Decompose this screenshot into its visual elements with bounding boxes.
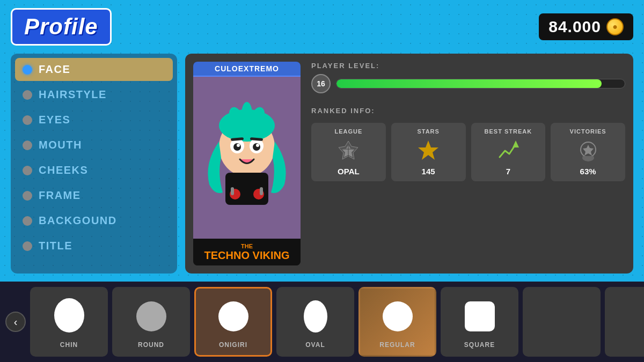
svg-rect-17 [260,187,263,195]
svg-marker-22 [418,141,438,160]
face-label-square: SQUARE [464,341,495,349]
player-card-body [193,77,301,239]
ranked-streak-title: BEST STREAK [485,128,532,135]
ranked-stars-title: STARS [417,128,439,135]
player-card: CULOEXTREMO [193,62,301,265]
sidebar-item-backgound[interactable]: BACKGOUND [15,209,173,232]
page-title: Profile [11,8,112,46]
sidebar-label: FRAME [39,189,81,202]
face-option-chin[interactable]: CHIN [30,287,108,357]
ranked-league-value: OPAL [338,167,360,176]
ranked-card-league: LEAGUE OPAL [311,123,386,181]
face-option-square[interactable]: SQUARE [441,287,518,357]
sidebar-label: TITLE [39,240,72,252]
face-option-round[interactable]: ROUND [112,287,190,357]
ranked-card-stars: STARS 145 [391,123,466,181]
sidebar-label: EYES [39,114,70,126]
ranked-card-streak: BEST STREAK 7 [471,123,546,181]
svg-point-27 [136,301,166,331]
sidebar-dot [23,141,32,150]
face-option-onigiri[interactable]: ONIGIRI [194,287,272,357]
svg-point-29 [304,300,327,333]
svg-point-28 [218,301,248,331]
sidebar-label: MOUTH [39,139,82,151]
sidebar-dot [23,191,32,201]
coin-icon: ● [606,18,624,35]
ranked-card-victories: VICTORIES 63% [551,123,625,181]
level-badge: 16 [311,74,331,93]
ranked-victories-value: 63% [580,167,596,176]
sidebar-dot [23,241,32,251]
sidebar-dot [23,115,32,125]
ranked-stars-value: 145 [422,167,435,176]
sidebar-label: HAIRSTYLE [39,88,107,101]
sidebar-label: CHEEKS [39,164,88,176]
face-label-oval: OVAL [305,341,325,349]
player-card-username: CULOEXTREMO [193,62,301,77]
sidebar-dot [23,90,32,100]
svg-point-4 [219,109,275,142]
card-subtitle: THE [196,243,297,249]
sidebar-item-face[interactable]: FACE [15,58,173,81]
ranked-label: RANKED INFO: [311,107,625,115]
nav-left-arrow[interactable]: ‹ [5,312,26,332]
sidebar-dot [23,65,32,75]
sidebar-label: BACKGOUND [39,215,117,227]
face-option-regular[interactable]: REGULAR [358,287,436,357]
svg-point-26 [54,298,84,333]
svg-rect-16 [231,187,234,195]
face-option-empty2[interactable] [605,287,644,357]
svg-rect-31 [465,301,495,331]
svg-marker-23 [513,141,519,147]
sidebar-item-mouth[interactable]: MOUTH [15,134,173,157]
bottom-bar: ‹ CHIN ROUND ONIGIRI [0,282,644,362]
face-label-regular: REGULAR [379,341,415,349]
sidebar-item-cheeks[interactable]: CHEEKS [15,159,173,182]
sidebar-item-eyes[interactable]: EYES [15,108,173,131]
level-bar-container: 16 [311,74,625,93]
svg-point-10 [256,144,259,147]
sidebar-item-hairstyle[interactable]: HAIRSTYLE [15,83,173,106]
ranked-victories-title: VICTORIES [570,128,606,135]
svg-point-30 [383,301,413,331]
level-label: PLAYER LEVEL: [311,62,625,70]
face-option-oval[interactable]: OVAL [276,287,354,357]
sidebar-item-frame[interactable]: FRAME [15,184,173,207]
face-option-empty1[interactable] [523,287,601,357]
currency-box: 84.000 ● [539,13,633,40]
face-options: CHIN ROUND ONIGIRI OVAL [30,287,644,357]
currency-amount: 84.000 [548,18,601,36]
level-bar-track [336,79,625,88]
svg-point-9 [237,144,240,147]
sidebar-dot [23,216,32,226]
main-panel: CULOEXTREMO [185,54,633,274]
level-section: PLAYER LEVEL: 16 [311,62,625,93]
level-bar-fill [336,79,602,88]
player-card-footer: THE TECHNO VIKING [193,239,301,265]
svg-marker-25 [583,145,594,156]
player-info: PLAYER LEVEL: 16 RANKED INFO: LEAGUE [311,62,625,265]
face-label-onigiri: ONIGIRI [219,341,247,349]
sidebar-item-title[interactable]: TITLE [15,234,173,257]
sidebar-label: FACE [39,63,70,76]
ranked-league-title: LEAGUE [334,128,362,135]
ranked-streak-value: 7 [506,167,510,176]
face-label-round: ROUND [138,341,164,349]
face-label-chin: CHIN [60,341,78,349]
sidebar-dot [23,166,32,175]
sidebar: FACEHAIRSTYLEEYESMOUTHCHEEKSFRAMEBACKGOU… [11,54,177,274]
ranked-grid: LEAGUE OPAL STARS [311,123,625,181]
card-title: TECHNO VIKING [196,249,297,261]
